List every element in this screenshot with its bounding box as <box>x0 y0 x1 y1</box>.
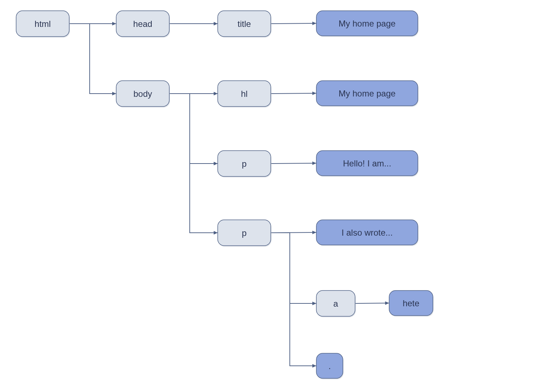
node-txt2: My home page <box>316 81 419 107</box>
node-label-dot: . <box>329 361 331 371</box>
node-label-h1: hl <box>241 89 248 99</box>
node-txt3: Hello! I am... <box>316 151 419 177</box>
node-h1: hl <box>218 81 272 108</box>
edge-title-txt1 <box>271 23 316 24</box>
edge-p1-txt3 <box>271 163 316 164</box>
node-label-txt2: My home page <box>339 89 396 98</box>
node-label-txt5: hete <box>403 298 420 308</box>
node-label-txt1: My home page <box>339 19 396 28</box>
edge-a-txt5 <box>355 303 389 303</box>
node-html: html <box>16 11 70 38</box>
node-p1: p <box>218 151 272 178</box>
edge-html-body <box>69 24 116 94</box>
node-label-p2: p <box>242 228 246 238</box>
node-label-body: body <box>133 89 152 99</box>
nodes-layer: htmlheadtitleMy home pagebodyhlMy home p… <box>16 11 434 379</box>
node-a: a <box>316 291 356 317</box>
edge-p2-dot <box>271 233 316 366</box>
node-label-head: head <box>133 19 152 29</box>
edge-p2-a <box>271 233 316 303</box>
node-dot: . <box>316 353 344 379</box>
node-txt5: hete <box>389 291 434 317</box>
node-label-txt3: Hello! I am... <box>343 159 391 168</box>
node-txt4: I also wrote... <box>316 220 419 246</box>
node-label-txt4: I also wrote... <box>341 228 393 237</box>
node-title: title <box>218 11 272 38</box>
node-label-html: html <box>34 19 51 29</box>
node-head: head <box>116 11 170 38</box>
node-body: body <box>116 81 170 108</box>
node-label-a: a <box>333 299 338 308</box>
edge-body-p1 <box>169 94 218 164</box>
node-label-p1: p <box>242 159 246 169</box>
node-label-title: title <box>237 19 251 29</box>
edge-h1-txt2 <box>271 93 316 94</box>
node-p2: p <box>218 220 272 247</box>
node-txt1: My home page <box>316 11 419 37</box>
